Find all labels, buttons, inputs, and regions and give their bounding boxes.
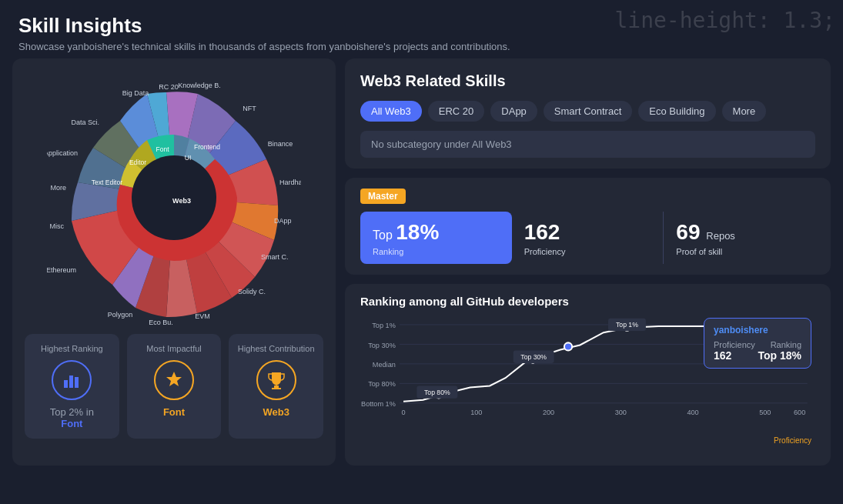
svg-rect-4 <box>274 386 279 388</box>
x-label-600: 600 <box>794 409 805 416</box>
master-badge: Master <box>360 189 406 204</box>
metric-ranking-sub: Ranking <box>373 247 500 256</box>
star-icon <box>163 369 185 391</box>
svg-rect-2 <box>75 377 79 388</box>
label-misc: Misc <box>50 222 65 230</box>
bar-chart-icon <box>61 369 82 391</box>
stat-ranking-highlight: Font <box>61 418 82 429</box>
chart-section: Ranking among all GitHub developers Top … <box>345 284 831 466</box>
main-container: Knowledge B. NFT Binance Hardhat DApp Sm… <box>0 58 843 478</box>
tab-all-web3[interactable]: All Web3 <box>360 101 422 122</box>
x-label-100: 100 <box>470 409 482 416</box>
metrics-section: Master Top 18% Ranking 162 Proficiency 6… <box>345 178 831 275</box>
repos-unit: Repos <box>706 230 735 242</box>
trophy-icon <box>266 369 287 391</box>
inner-label-editor: Editor <box>129 159 146 166</box>
metric-ranking: Top 18% Ranking <box>360 212 512 264</box>
stat-highest-ranking: Highest Ranking Top 2% in Font <box>25 334 119 439</box>
x-axis-right-label: Proficiency <box>774 436 811 445</box>
y-label-top30: Top 30% <box>368 341 396 349</box>
tab-more[interactable]: More <box>722 101 767 122</box>
y-label-bottom1: Bottom 1% <box>361 400 396 408</box>
stat-highest-ranking-title: Highest Ranking <box>41 343 103 354</box>
label-bigdata: Big Data <box>122 89 149 97</box>
x-label-0: 0 <box>401 409 405 416</box>
metrics-row: Top 18% Ranking 162 Proficiency 69 Repos… <box>360 212 815 264</box>
right-panel: Web3 Related Skills All Web3 ERC 20 DApp… <box>345 58 831 466</box>
label-polygon: Polygon <box>108 311 133 319</box>
label-datasci: Data Sci. <box>71 118 99 126</box>
tab-bar: All Web3 ERC 20 DApp Smart Contract Eco … <box>360 101 815 122</box>
label-rc20: RC 20 <box>159 83 179 91</box>
web3-title: Web3 Related Skills <box>360 72 815 90</box>
metric-repos: 69 Repos Proof of skill <box>664 212 815 264</box>
inner-label-web3: Web3 <box>172 197 191 205</box>
chart-title: Ranking among all GitHub developers <box>360 295 815 308</box>
label-smartc: Smart C. <box>261 253 289 261</box>
inner-label-frontend: Frontend <box>194 143 220 151</box>
label-hardhat: Hardhat <box>279 179 301 186</box>
label-ethereum: Ethereum <box>47 266 76 274</box>
stat-ranking-icon <box>52 360 92 400</box>
tab-dapp[interactable]: DApp <box>490 101 537 122</box>
tooltip-ranking-value: Top 18% <box>758 349 801 362</box>
inner-label-ui: UI <box>185 154 192 162</box>
page-title: Skill Insights <box>18 14 825 38</box>
label-binance: Binance <box>268 140 293 148</box>
tooltip-ranking-label: Ranking <box>771 340 801 349</box>
bottom-stats: Highest Ranking Top 2% in Font Most Impa… <box>25 334 323 439</box>
label-ecobu: Eco Bu. <box>149 319 173 325</box>
annotation-top30: Top 30% <box>520 352 547 360</box>
x-label-400: 400 <box>687 409 698 416</box>
stat-contribution-title: Highest Contribution <box>238 343 315 354</box>
page-subtitle: Showcase yanboishere's technical skills … <box>18 41 825 52</box>
stat-impactful-value: Font <box>163 406 185 418</box>
y-label-median: Median <box>373 361 396 369</box>
donut-chart-container: Knowledge B. NFT Binance Hardhat DApp Sm… <box>47 71 301 325</box>
stat-impactful-highlight: Font <box>163 406 185 418</box>
tooltip-proficiency-label: Proficiency <box>714 340 755 349</box>
svg-rect-5 <box>272 388 281 389</box>
metric-repos-value: 69 Repos <box>676 219 803 245</box>
stat-most-impactful: Most Impactful Font <box>127 334 222 439</box>
inner-label-font: Font <box>156 145 169 153</box>
tab-smart-contract[interactable]: Smart Contract <box>544 101 632 122</box>
x-label-200: 200 <box>543 409 554 416</box>
label-dapp: DApp <box>274 217 292 225</box>
label-more: More <box>50 184 66 192</box>
chart-tooltip: yanboishere Proficiency Ranking 162 Top … <box>704 318 811 369</box>
stat-contribution-highlight: Web3 <box>263 406 289 418</box>
label-nft: NFT <box>243 105 256 112</box>
tooltip-username: yanboishere <box>714 325 801 335</box>
label-evm: EVM <box>195 312 210 320</box>
label-knowledge: Knowledge B. <box>178 82 221 89</box>
metric-proficiency: 162 Proficiency <box>512 212 664 264</box>
stat-contribution-value: Web3 <box>263 406 289 418</box>
metric-repos-sub: Proof of skill <box>676 247 803 256</box>
stat-highest-contribution: Highest Contribution Web3 <box>229 334 323 439</box>
stat-ranking-value: Top 2% in Font <box>50 406 94 429</box>
y-label-top80: Top 80% <box>368 380 396 388</box>
tooltip-values-row: 162 Top 18% <box>714 349 801 362</box>
metric-proficiency-sub: Proficiency <box>524 247 651 256</box>
donut-chart-svg: Knowledge B. NFT Binance Hardhat DApp Sm… <box>47 71 301 325</box>
svg-marker-3 <box>166 372 182 386</box>
stat-impactful-icon <box>154 360 194 400</box>
label-solidity: Solidy C. <box>238 288 266 295</box>
tooltip-proficiency-row: Proficiency Ranking <box>714 340 801 349</box>
annotation-top80: Top 80% <box>424 388 450 396</box>
svg-rect-0 <box>64 380 68 388</box>
annotation-top1: Top 1% <box>616 321 638 329</box>
x-label-300: 300 <box>615 409 627 416</box>
inner-label-texteditor: Text Editor <box>92 179 122 186</box>
subcategory-note: No subcategory under All Web3 <box>360 131 815 158</box>
metric-ranking-value: Top 18% <box>373 219 500 245</box>
tooltip-proficiency-value: 162 <box>714 349 731 362</box>
x-label-500: 500 <box>759 409 771 416</box>
page-header: Skill Insights Showcase yanboishere's te… <box>0 0 843 58</box>
y-label-top1: Top 1% <box>372 322 396 329</box>
tab-eco-building[interactable]: Eco Building <box>638 101 715 122</box>
web3-section: Web3 Related Skills All Web3 ERC 20 DApp… <box>345 58 831 169</box>
tab-erc20[interactable]: ERC 20 <box>428 101 485 122</box>
left-panel: Knowledge B. NFT Binance Hardhat DApp Sm… <box>12 58 336 466</box>
